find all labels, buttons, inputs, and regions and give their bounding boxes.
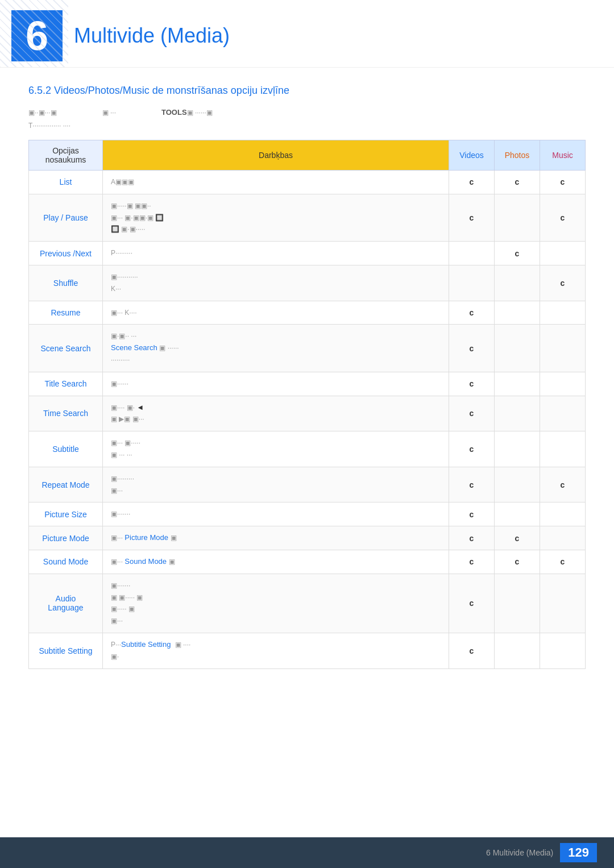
footer-label: 6 Multivide (Media) — [486, 848, 553, 857]
option-photos-picture-size — [495, 502, 540, 526]
option-videos-audio-language: c — [449, 574, 495, 633]
option-music-picture-size — [540, 502, 586, 526]
page-footer: 6 Multivide (Media) 129 — [0, 837, 614, 868]
option-videos-time-search: c — [449, 396, 495, 431]
option-photos-scene-search — [495, 325, 540, 372]
table-row: Repeat Mode ▣·········▣··· c c — [29, 467, 586, 502]
option-music-subtitle — [540, 431, 586, 467]
option-music-audio-language — [540, 574, 586, 633]
option-videos-prev-next — [449, 242, 495, 265]
option-name-title-search: Title Search — [29, 372, 103, 396]
option-name-audio-language: Audio Language — [29, 574, 103, 633]
option-desc-sound-mode: ▣··· Sound Mode ▣ — [103, 550, 449, 574]
table-row: Sound Mode ▣··· Sound Mode ▣ c c c — [29, 550, 586, 574]
option-music-title-search — [540, 372, 586, 396]
table-row: Previous /Next P········· c — [29, 242, 586, 265]
table-row: Scene Search ▣·▣·· ··· Scene Search ▣ ··… — [29, 325, 586, 372]
table-row: Play / Pause ▣·····▣ ▣▣··▣··· ▣·▣▣·▣ 🔲🔲 … — [29, 194, 586, 241]
option-photos-time-search — [495, 396, 540, 431]
table-header-option: Opcijasnosaukums — [29, 140, 103, 171]
table-row: Audio Language ▣·······▣ ▣····· ▣▣····· … — [29, 574, 586, 633]
option-desc-subtitle-setting: P···Subtitle Setting ▣ ···· ▣· — [103, 633, 449, 668]
option-desc-scene-search: ▣·▣·· ··· Scene Search ▣ ······ ········… — [103, 325, 449, 372]
option-videos-title-search: c — [449, 372, 495, 396]
option-music-list: c — [540, 171, 586, 194]
section-title: 6.5.2 Videos/Photos/Music de monstrīšana… — [28, 85, 586, 97]
option-photos-subtitle-setting — [495, 633, 540, 668]
option-name-sound-mode: Sound Mode — [29, 550, 103, 574]
table-header-music: Music — [540, 140, 586, 171]
option-videos-sound-mode: c — [449, 550, 495, 574]
table-row: Time Search ▣···· ▣· ◄ ▣ ▶▣ ▣··· c — [29, 396, 586, 431]
option-name-play-pause: Play / Pause — [29, 194, 103, 241]
page-header: 6 Multivide (Media) — [0, 0, 614, 68]
option-desc-audio-language: ▣·······▣ ▣····· ▣▣····· ▣▣··· — [103, 574, 449, 633]
option-photos-prev-next: c — [495, 242, 540, 265]
option-photos-play-pause — [495, 194, 540, 241]
option-name-subtitle: Subtitle — [29, 431, 103, 467]
option-desc-subtitle: ▣··· ▣·····▣ ··· ··· — [103, 431, 449, 467]
option-photos-subtitle — [495, 431, 540, 467]
option-name-scene-search: Scene Search — [29, 325, 103, 372]
table-row: Subtitle ▣··· ▣·····▣ ··· ··· c — [29, 431, 586, 467]
option-photos-shuffle — [495, 265, 540, 301]
option-videos-repeat-mode: c — [449, 467, 495, 502]
option-name-time-search: Time Search — [29, 396, 103, 431]
option-desc-shuffle: ▣···········K··· — [103, 265, 449, 301]
header-bg-decoration — [0, 0, 614, 67]
option-music-sound-mode: c — [540, 550, 586, 574]
option-photos-resume — [495, 301, 540, 325]
option-desc-resume: ▣··· K···· — [103, 301, 449, 325]
option-photos-title-search — [495, 372, 540, 396]
table-row: Subtitle Setting P···Subtitle Setting ▣ … — [29, 633, 586, 668]
options-table: Opcijasnosaukums Darbķbas Videos Photos … — [28, 140, 586, 669]
option-desc-play-pause: ▣·····▣ ▣▣··▣··· ▣·▣▣·▣ 🔲🔲 ▣·▣····· — [103, 194, 449, 241]
toolbar-item-1: ▣··▣···▣ — [28, 108, 57, 117]
option-videos-scene-search: c — [449, 325, 495, 372]
table-header-function: Darbķbas — [103, 140, 449, 171]
option-music-play-pause: c — [540, 194, 586, 241]
option-desc-picture-size: ▣······· — [103, 502, 449, 526]
option-videos-subtitle: c — [449, 431, 495, 467]
option-name-picture-mode: Picture Mode — [29, 526, 103, 550]
table-row: List A▣▣▣ c c c — [29, 171, 586, 194]
table-row: Picture Mode ▣··· Picture Mode ▣ c c — [29, 526, 586, 550]
main-content: 6.5.2 Videos/Photos/Music de monstrīšana… — [0, 68, 614, 686]
option-music-picture-mode — [540, 526, 586, 550]
table-row: Title Search ▣······ c — [29, 372, 586, 396]
toolbar-tools: TOOLS▣ ······▣ — [161, 108, 213, 117]
option-name-subtitle-setting: Subtitle Setting — [29, 633, 103, 668]
option-music-scene-search — [540, 325, 586, 372]
option-music-prev-next — [540, 242, 586, 265]
toolbar-note: T··············· ···· — [28, 121, 586, 130]
option-desc-repeat-mode: ▣·········▣··· — [103, 467, 449, 502]
table-row: Picture Size ▣······· c — [29, 502, 586, 526]
option-name-picture-size: Picture Size — [29, 502, 103, 526]
option-name-prev-next: Previous /Next — [29, 242, 103, 265]
option-photos-list: c — [495, 171, 540, 194]
footer-page-number: 129 — [560, 843, 597, 862]
option-desc-title-search: ▣······ — [103, 372, 449, 396]
option-name-repeat-mode: Repeat Mode — [29, 467, 103, 502]
option-desc-list: A▣▣▣ — [103, 171, 449, 194]
option-videos-picture-size: c — [449, 502, 495, 526]
option-desc-prev-next: P········· — [103, 242, 449, 265]
option-videos-picture-mode: c — [449, 526, 495, 550]
option-music-shuffle: c — [540, 265, 586, 301]
table-header-videos: Videos — [449, 140, 495, 171]
option-photos-repeat-mode — [495, 467, 540, 502]
option-name-list: List — [29, 171, 103, 194]
option-photos-sound-mode: c — [495, 550, 540, 574]
option-videos-list: c — [449, 171, 495, 194]
table-row: Resume ▣··· K···· c — [29, 301, 586, 325]
option-photos-picture-mode: c — [495, 526, 540, 550]
option-music-subtitle-setting — [540, 633, 586, 668]
option-videos-play-pause: c — [449, 194, 495, 241]
option-photos-audio-language — [495, 574, 540, 633]
option-name-shuffle: Shuffle — [29, 265, 103, 301]
option-desc-picture-mode: ▣··· Picture Mode ▣ — [103, 526, 449, 550]
option-music-resume — [540, 301, 586, 325]
option-videos-subtitle-setting: c — [449, 633, 495, 668]
toolbar-item-2: ▣ ··· — [102, 108, 116, 117]
toolbar-row: ▣··▣···▣ ▣ ··· TOOLS▣ ······▣ — [28, 108, 586, 117]
